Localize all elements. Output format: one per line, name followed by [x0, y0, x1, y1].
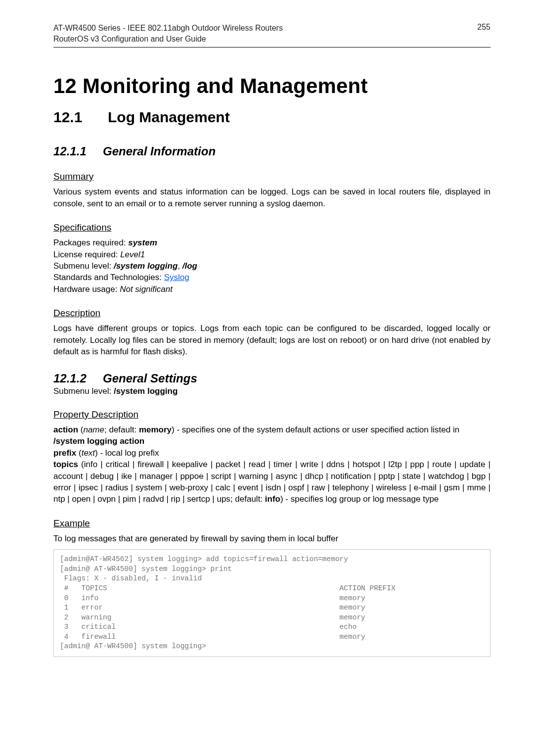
page: AT-WR4500 Series - IEEE 802.11abgh Outdo…: [0, 0, 534, 756]
spec-value: Not significant: [120, 284, 173, 294]
prop-type: name: [83, 425, 104, 434]
header-left: AT-WR4500 Series - IEEE 802.11abgh Outdo…: [53, 23, 283, 44]
prop-topics: topics (info | critical | firewall | kee…: [53, 459, 490, 505]
header-line1: AT-WR4500 Series - IEEE 802.11abgh Outdo…: [53, 23, 283, 34]
code-block: [admin@AT-WR4562] system logging> add to…: [53, 549, 490, 657]
property-description-heading: Property Description: [53, 409, 490, 420]
section-12-1: 12.1 Log Management: [53, 109, 490, 126]
section-number: 12.1: [53, 109, 89, 126]
prop-name: topics: [53, 460, 78, 469]
spec-label: Packages required:: [53, 238, 128, 247]
spec-value: /system logging: [114, 261, 178, 271]
submenu-level-line: Submenu level: /system logging: [53, 386, 490, 396]
spec-label: Hardware usage:: [53, 284, 120, 294]
spec-label: License required:: [53, 250, 120, 259]
description-heading: Description: [53, 308, 490, 319]
subsection-12-1-2: 12.1.2 General Settings: [53, 372, 490, 385]
prop-default: info: [265, 494, 280, 504]
t: ) - specifies one of the system default …: [172, 425, 459, 434]
example-heading: Example: [53, 518, 490, 529]
submenu-label: Submenu level:: [53, 386, 114, 396]
spec-value: system: [128, 238, 157, 247]
subsection-number: 12.1.2: [53, 372, 91, 385]
header-line2: RouterOS v3 Configuration and User Guide: [53, 34, 283, 45]
prop-name: action: [53, 425, 78, 434]
prop-prefix: prefix (text) - local log prefix: [53, 447, 490, 459]
prop-type: text: [82, 448, 95, 458]
t: ; default:: [104, 425, 139, 434]
prop-default: memory: [139, 425, 172, 434]
submenu-value: /system logging: [114, 386, 178, 396]
subsection-title: General Information: [103, 144, 216, 158]
header-rule: [53, 47, 490, 47]
spec-license: License required: Level1: [53, 249, 490, 260]
summary-text: Various system events and status informa…: [53, 186, 490, 209]
spec-label: Submenu level:: [53, 261, 114, 271]
spec-value: Level1: [120, 250, 145, 259]
spec-value: /log: [182, 261, 197, 271]
prop-path: /system logging action: [53, 436, 144, 446]
section-title: Log Management: [108, 109, 230, 126]
spec-standards: Standards and Technologies: Syslog: [53, 272, 490, 283]
example-intro: To log messages that are generated by fi…: [53, 533, 490, 544]
t: ) - local log prefix: [95, 448, 159, 458]
spec-hardware: Hardware usage: Not significant: [53, 284, 490, 295]
prop-name: prefix: [53, 448, 76, 458]
subsection-12-1-1: 12.1.1 General Information: [53, 144, 490, 158]
description-text: Logs have different groups or topics. Lo…: [53, 323, 490, 357]
running-header: AT-WR4500 Series - IEEE 802.11abgh Outdo…: [53, 23, 490, 44]
t: ) - specifies log group or log message t…: [280, 494, 439, 504]
prop-action: action (name; default: memory) - specifi…: [53, 424, 490, 447]
spec-label: Standards and Technologies:: [53, 273, 164, 282]
summary-heading: Summary: [53, 171, 490, 182]
page-number: 255: [477, 23, 490, 44]
t: (: [78, 425, 83, 434]
syslog-link[interactable]: Syslog: [164, 273, 189, 282]
t: (: [76, 448, 81, 458]
spec-sep: ,: [178, 261, 182, 271]
spec-packages: Packages required: system: [53, 237, 490, 248]
chapter-title: 12 Monitoring and Management: [53, 74, 490, 98]
subsection-title: General Settings: [103, 372, 197, 385]
specifications-heading: Specifications: [53, 222, 490, 233]
spec-submenu: Submenu level: /system logging, /log: [53, 260, 490, 272]
subsection-number: 12.1.1: [53, 144, 91, 158]
